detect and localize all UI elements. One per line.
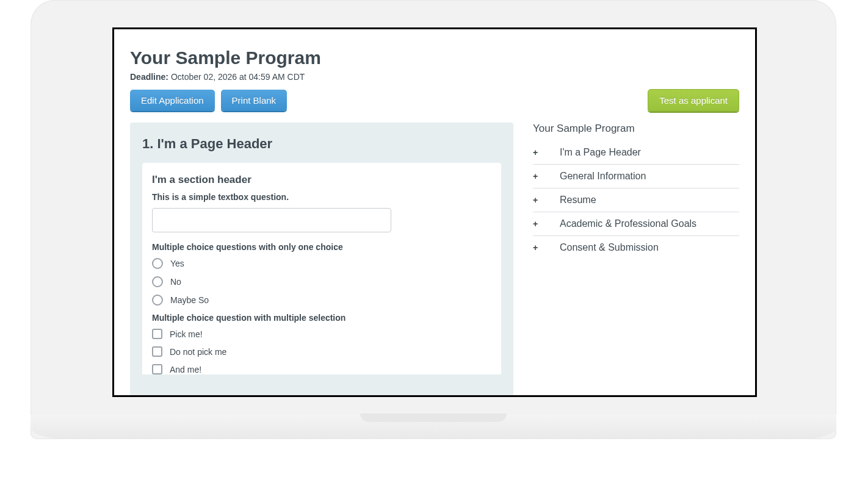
radio-option[interactable]: No — [152, 276, 491, 287]
checkbox-option[interactable]: Do not pick me — [152, 346, 491, 357]
checkbox-icon — [152, 329, 162, 339]
sidebar-item-label: Academic & Professional Goals — [560, 218, 696, 229]
plus-icon: + — [533, 219, 560, 229]
textbox-question-input[interactable] — [152, 208, 391, 232]
radio-option-label: Maybe So — [170, 295, 209, 305]
radio-option-label: Yes — [170, 259, 184, 268]
deadline-value: October 02, 2026 at 04:59 AM CDT — [171, 72, 305, 82]
radio-icon — [152, 295, 163, 306]
sidebar: Your Sample Program + I'm a Page Header … — [533, 123, 739, 395]
form-panel: 1. I'm a Page Header I'm a section heade… — [130, 123, 513, 395]
plus-icon: + — [533, 195, 560, 205]
radio-option[interactable]: Maybe So — [152, 295, 491, 306]
section-card: I'm a section header This is a simple te… — [142, 163, 501, 374]
laptop-notch — [360, 413, 507, 422]
edit-application-button[interactable]: Edit Application — [130, 90, 215, 111]
checkbox-option-label: Do not pick me — [170, 347, 226, 357]
sidebar-item-label: Consent & Submission — [560, 242, 659, 253]
checkbox-option-label: And me! — [170, 365, 201, 374]
page-header-text: I'm a Page Header — [157, 136, 272, 151]
sidebar-item-label: I'm a Page Header — [560, 147, 641, 158]
sidebar-item-consent-submission[interactable]: + Consent & Submission — [533, 236, 739, 259]
textbox-question-label: This is a simple textbox question. — [152, 192, 491, 202]
sidebar-item-resume[interactable]: + Resume — [533, 188, 739, 212]
checkbox-icon — [152, 364, 162, 374]
radio-option-label: No — [170, 277, 181, 287]
deadline-row: Deadline: October 02, 2026 at 04:59 AM C… — [130, 72, 739, 82]
program-title: Your Sample Program — [130, 48, 739, 68]
radio-question-label: Multiple choice questions with only one … — [152, 242, 491, 252]
checkbox-option[interactable]: And me! — [152, 364, 491, 374]
sidebar-item-academic-goals[interactable]: + Academic & Professional Goals — [533, 212, 739, 236]
body-row: 1. I'm a Page Header I'm a section heade… — [130, 123, 739, 395]
plus-icon: + — [533, 243, 560, 252]
app-screen: Your Sample Program Deadline: October 02… — [114, 29, 755, 395]
action-bar: Edit Application Print Blank Test as app… — [130, 89, 739, 112]
page-number: 1. — [142, 136, 153, 151]
checkbox-option-label: Pick me! — [170, 329, 203, 339]
radio-icon — [152, 258, 163, 269]
radio-icon — [152, 276, 163, 287]
checkbox-question-label: Multiple choice question with multiple s… — [152, 313, 491, 323]
page-header: 1. I'm a Page Header — [142, 136, 501, 152]
checkbox-icon — [152, 346, 162, 357]
deadline-label: Deadline: — [130, 72, 168, 82]
section-header: I'm a section header — [152, 174, 491, 186]
radio-option[interactable]: Yes — [152, 258, 491, 269]
plus-icon: + — [533, 148, 560, 157]
sidebar-item-page-header[interactable]: + I'm a Page Header — [533, 141, 739, 165]
print-blank-button[interactable]: Print Blank — [221, 90, 288, 111]
sidebar-item-label: General Information — [560, 171, 646, 182]
sidebar-title: Your Sample Program — [533, 123, 739, 135]
checkbox-option[interactable]: Pick me! — [152, 329, 491, 339]
sidebar-item-label: Resume — [560, 195, 596, 206]
test-as-applicant-button[interactable]: Test as applicant — [648, 89, 739, 112]
sidebar-item-general-info[interactable]: + General Information — [533, 165, 739, 188]
plus-icon: + — [533, 171, 560, 181]
